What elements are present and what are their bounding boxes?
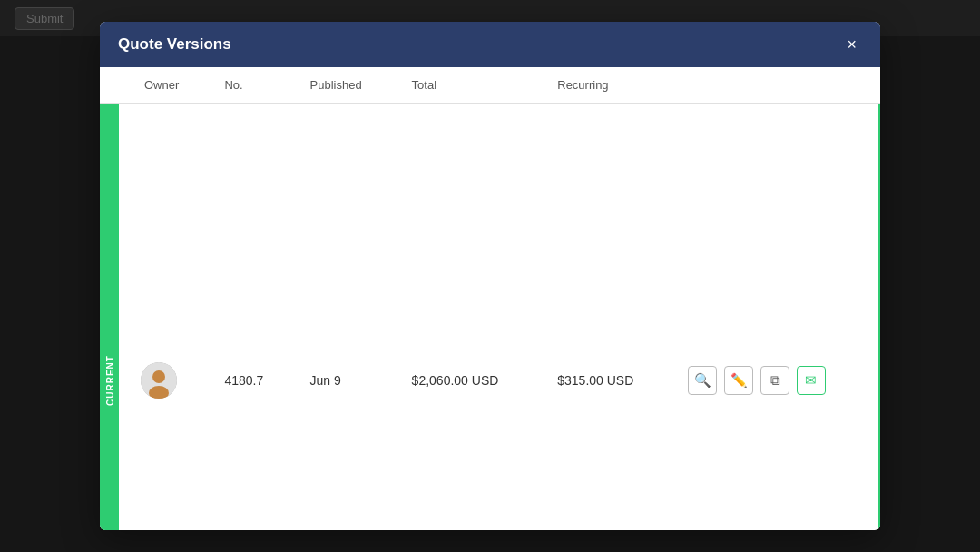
modal-title: Quote Versions <box>118 35 231 54</box>
table-header-row: Owner No. Published Total Recurring <box>101 67 879 104</box>
modal-body: Owner No. Published Total Recurring CURR… <box>100 67 880 530</box>
col-published: Published <box>296 67 397 104</box>
avatar <box>141 362 177 399</box>
quote-number-cell: 4180.7 <box>210 104 295 530</box>
col-total: Total <box>397 67 544 104</box>
total-cell: $2,060.00 USD <box>397 104 544 530</box>
col-owner: Owner <box>130 67 210 104</box>
svg-point-1 <box>152 370 165 383</box>
col-no: No. <box>210 67 295 104</box>
current-badge-cell: CURRENT <box>101 104 130 530</box>
actions-cell: 🔍 ✏️ ⧉ ✉ <box>675 104 879 530</box>
owner-avatar-cell <box>130 104 210 530</box>
edit-button[interactable]: ✏️ <box>724 366 753 395</box>
table-row: CURRENT 4180.7Jun 9$2,060.00 USD$315.00 … <box>101 104 879 530</box>
quote-versions-table: Owner No. Published Total Recurring CURR… <box>100 67 880 530</box>
view-button[interactable]: 🔍 <box>688 366 717 395</box>
email-button[interactable]: ✉ <box>797 366 826 395</box>
quote-versions-modal: Quote Versions × Owner No. Published Tot… <box>100 22 880 530</box>
modal-overlay: Quote Versions × Owner No. Published Tot… <box>0 0 980 552</box>
col-actions <box>675 67 879 104</box>
published-date-cell: Jun 9 <box>296 104 397 530</box>
recurring-cell: $315.00 USD <box>543 104 675 530</box>
col-recurring: Recurring <box>543 67 675 104</box>
modal-close-button[interactable]: × <box>841 34 862 54</box>
col-badge <box>101 67 130 104</box>
current-badge: CURRENT <box>102 104 119 530</box>
modal-header: Quote Versions × <box>100 22 880 67</box>
copy-button[interactable]: ⧉ <box>760 366 789 395</box>
